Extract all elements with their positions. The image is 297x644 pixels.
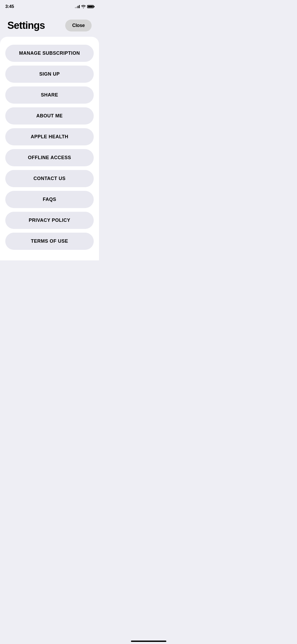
menu-item-manage-subscription[interactable]: MANAGE SUBSCRIPTION [5,45,94,62]
menu-item-sign-up[interactable]: SIGN UP [5,66,94,83]
menu-item-apple-health[interactable]: APPLE HEALTH [5,128,94,145]
status-icons [75,5,94,8]
header: Settings Close [0,12,99,37]
status-time: 3:45 [5,4,14,9]
menu-item-terms-of-use[interactable]: TERMS OF USE [5,233,94,250]
menu-item-offline-access[interactable]: OFFLINE ACCESS [5,149,94,166]
wifi-icon [81,5,86,8]
close-button[interactable]: Close [65,20,92,31]
menu-item-faqs[interactable]: FAQs [5,191,94,208]
battery-icon [87,5,94,8]
menu-item-about-me[interactable]: ABOUT ME [5,107,94,125]
menu-item-contact-us[interactable]: CONTACT US [5,170,94,187]
signal-icon [75,5,80,8]
menu-item-share[interactable]: SHARE [5,86,94,104]
status-bar: 3:45 [0,0,99,12]
content-card: MANAGE SUBSCRIPTIONSIGN UPSHAREABOUT MEA… [0,37,99,260]
menu-item-privacy-policy[interactable]: PRIVACY POLICY [5,212,94,229]
page-title: Settings [7,20,45,31]
